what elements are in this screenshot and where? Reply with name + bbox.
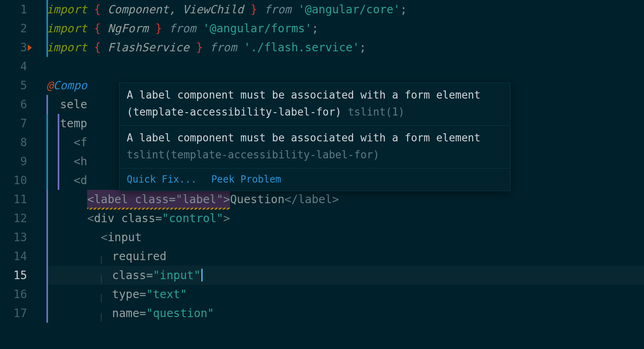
code-line: name="question" [46,304,644,323]
diagnostic-message: A label component must be associated wit… [119,83,510,126]
line-number: 14 [0,247,27,266]
line-number: 15 [0,266,27,285]
diagnostic-hover: A label component must be associated wit… [119,82,510,191]
line-number: 4 [0,57,27,76]
line-number: 1 [0,0,27,19]
text-cursor [201,269,203,282]
diagnostic-actions: Quick Fix... Peek Problem [119,168,510,190]
line-number: 12 [0,209,27,228]
code-editor[interactable]: 1 2 3 4 5 6 7 8 9 10 11 12 13 14 15 16 1… [0,0,644,349]
code-line: type="text" [46,285,644,304]
line-number: 7 [0,114,27,133]
line-number: 10 [0,171,27,190]
code-line [46,57,644,76]
lint-warning-highlight[interactable]: <label class="label"> [87,190,230,209]
code-area[interactable]: import { Component, ViewChild } from '@a… [30,0,644,349]
code-line-active: class="input" [46,266,644,285]
line-number: 2 [0,19,27,38]
code-line: import { FlashService } from './flash.se… [46,38,644,57]
code-line: <label class="label">Question</label> [46,190,644,209]
line-number: 11 [0,190,27,209]
quick-fix-button[interactable]: Quick Fix... [127,172,197,187]
diagnostic-message: A label component must be associated wit… [119,126,510,168]
line-number: 8 [0,133,27,152]
line-number: 13 [0,228,27,247]
line-number-text: 3 [20,41,27,54]
line-number: 9 [0,152,27,171]
line-number: 6 [0,95,27,114]
line-number: 17 [0,304,27,323]
code-line: <input [46,228,644,247]
line-number: 16 [0,285,27,304]
line-number: 5 [0,76,27,95]
line-number: 3 [0,38,27,57]
code-line: required [46,247,644,266]
peek-problem-button[interactable]: Peek Problem [211,172,281,187]
code-line: import { NgForm } from '@angular/forms'; [46,19,644,38]
code-line: import { Component, ViewChild } from '@a… [46,0,644,19]
code-line: <div class="control"> [46,209,644,228]
line-number-gutter: 1 2 3 4 5 6 7 8 9 10 11 12 13 14 15 16 1… [0,0,30,349]
